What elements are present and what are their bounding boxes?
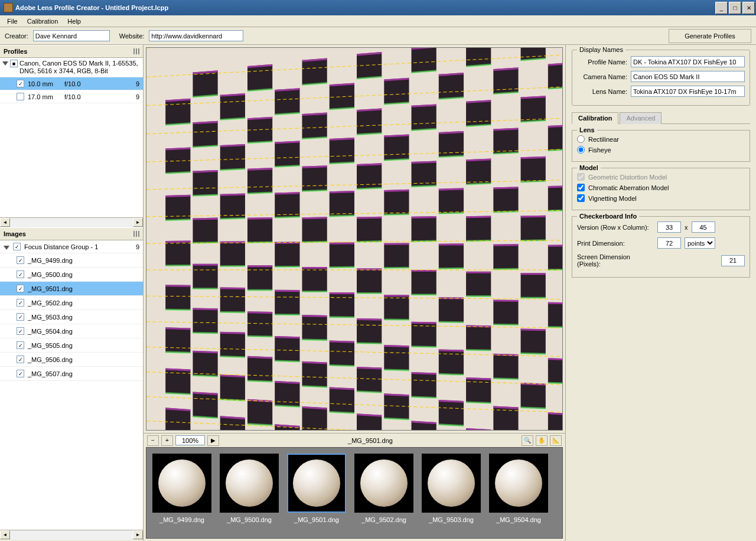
svg-marker-209 [493,244,518,246]
svg-marker-70 [466,100,491,126]
profile-group[interactable]: ■ Canon, Canon EOS 5D Mark II, 1-65535, … [0,58,143,77]
group-checkbox[interactable]: ■ [10,60,18,67]
chromatic-checkbox[interactable] [577,184,585,191]
tab-advanced[interactable]: Advanced [620,112,662,124]
print-unit-select[interactable]: points [685,237,715,249]
profiles-scrollbar[interactable]: ◄ ► [0,217,143,227]
close-button[interactable]: ✕ [742,2,755,14]
vignetting-checkbox[interactable] [577,194,585,202]
svg-marker-263 [493,300,518,302]
zoom-out-button[interactable]: − [147,435,159,446]
minimize-button[interactable]: _ [715,2,728,14]
group-checkbox[interactable]: ✓ [13,243,21,250]
fisheye-radio[interactable] [577,146,585,154]
svg-marker-250 [275,290,299,315]
website-input[interactable] [149,30,243,41]
svg-marker-255 [330,316,354,318]
image-row[interactable]: ✓ _MG_9507.dng [0,367,143,381]
scroll-left-icon[interactable]: ◄ [0,530,10,539]
thumbnail[interactable]: _MG_9503.dng [419,454,483,538]
svg-marker-67 [412,104,436,131]
image-row[interactable]: ✓ _MG_9503.dng [0,310,143,324]
filmstrip[interactable]: _MG_9499.dng _MG_9500.dng _MG_9501.dng _… [146,447,563,539]
menu-calibration[interactable]: Calibration [22,17,63,26]
thumbnail[interactable]: _MG_9502.dng [352,454,416,538]
svg-marker-361 [330,387,354,413]
zoom-in-button[interactable]: + [161,435,173,446]
svg-marker-97 [439,131,464,157]
row-checkbox[interactable]: ✓ [17,80,24,87]
tab-calibration[interactable]: Calibration [572,112,618,124]
row-checkbox[interactable]: ✓ [17,356,24,363]
maximize-button[interactable]: □ [729,2,741,14]
row-checkbox[interactable]: ✓ [17,256,24,264]
lens-name-input[interactable] [631,86,745,97]
svg-marker-222 [247,289,272,291]
svg-marker-224 [302,267,327,269]
row-checkbox[interactable]: ✓ [17,341,24,349]
generate-profiles-button[interactable]: Generate Profiles [669,29,751,43]
magnify-icon[interactable]: 🔍 [522,435,533,446]
svg-marker-385 [302,406,327,430]
svg-marker-245 [165,285,190,286]
svg-marker-259 [439,297,464,322]
images-group[interactable]: ✓ Focus Distance Group - 1 9 [0,240,143,253]
collapse-icon[interactable] [2,61,8,66]
image-row[interactable]: ✓ _MG_9500.dng [0,268,143,282]
image-row[interactable]: ✓ _MG_9501.dng [0,282,143,296]
scroll-right-icon[interactable]: ► [133,218,143,227]
thumbnail[interactable]: _MG_9504.dng [487,454,550,538]
scroll-right-icon[interactable]: ► [133,530,143,539]
row-checkbox[interactable]: ✓ [17,313,24,321]
image-row[interactable]: ✓ _MG_9506.dng [0,353,143,367]
image-row[interactable]: ✓ _MG_9504.dng [0,324,143,338]
images-scrollbar[interactable]: ◄ ► [0,530,143,540]
cols-input[interactable] [692,221,715,233]
svg-marker-249 [220,311,245,313]
images-list: ✓ Focus Distance Group - 1 9 ✓ _MG_9499.… [0,240,143,530]
menu-file[interactable]: File [2,17,22,26]
collapse-icon[interactable] [4,246,9,250]
svg-marker-286 [466,325,491,351]
row-checkbox[interactable]: ✓ [17,285,24,292]
svg-marker-64 [357,108,382,135]
profile-group-label: Canon, Canon EOS 5D Mark II, 1-65535, DN… [19,60,141,75]
rectilinear-radio[interactable] [577,135,585,143]
profile-row[interactable]: ✓ 10.0 mm f/10.0 9 [0,77,143,90]
image-row[interactable]: ✓ _MG_9502.dng [0,296,143,310]
thumbnail[interactable]: _MG_9499.dng [150,454,214,538]
row-checkbox[interactable]: ✓ [17,370,24,377]
svg-marker-206 [439,243,464,245]
hand-icon[interactable]: ✋ [536,435,548,446]
svg-marker-31 [220,93,245,120]
image-viewer[interactable] [146,47,563,431]
camera-name-input[interactable] [631,71,745,82]
image-row[interactable]: ✓ _MG_9499.dng [0,253,143,268]
menu-help[interactable]: Help [63,17,86,26]
screen-label: Screen Dimension (Pixels): [577,253,654,268]
rows-input[interactable] [657,221,681,233]
image-row[interactable]: ✓ _MG_9505.dng [0,338,143,353]
svg-marker-218 [193,264,217,266]
svg-marker-28 [165,99,190,125]
svg-marker-258 [384,319,409,321]
svg-marker-115 [302,165,327,191]
print-label: Print Dimension: [577,240,654,247]
row-checkbox[interactable]: ✓ [17,270,24,278]
profile-name-input[interactable] [631,56,745,67]
row-checkbox[interactable] [17,93,24,100]
scroll-left-icon[interactable]: ◄ [0,218,10,227]
ruler-icon[interactable]: 📐 [550,435,562,446]
thumbnail[interactable]: _MG_9500.dng [217,454,281,538]
row-checkbox[interactable]: ✓ [17,299,24,307]
thumbnail[interactable]: _MG_9501.dng [285,454,348,538]
screen-input[interactable] [721,255,745,266]
svg-marker-247 [220,288,245,313]
print-input[interactable] [657,237,681,249]
zoom-play-button[interactable]: ▶ [207,435,219,446]
zoom-input[interactable] [175,435,205,445]
creator-input[interactable] [33,30,110,41]
thumbnail-label: _MG_9501.dng [294,516,339,523]
row-checkbox[interactable]: ✓ [17,327,24,335]
profile-row[interactable]: 17.0 mm f/10.0 9 [0,90,143,103]
